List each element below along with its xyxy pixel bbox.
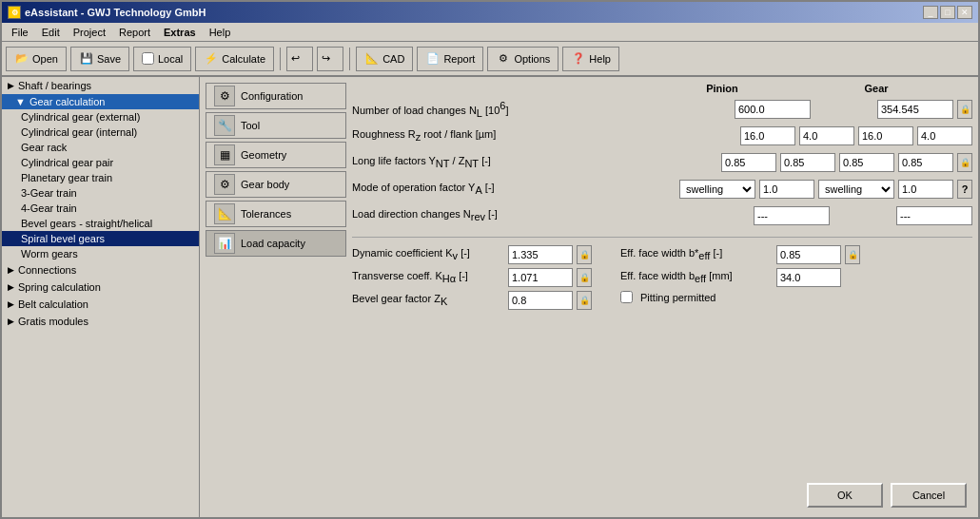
load-capacity-icon: 📊 [214,233,235,254]
sidebar-item-cyl-pair[interactable]: Cylindrical gear pair [2,155,199,170]
sidebar-item-planetary[interactable]: Planetary gear train [2,170,199,185]
nav-load-capacity[interactable]: 📊 Load capacity [206,230,346,257]
bevel-gear-factor-input[interactable] [508,291,573,310]
sidebar-group-belt-header[interactable]: ▶ Belt calculation [2,296,199,313]
long-life-lock[interactable]: 🔒 [957,153,972,172]
content-area: ⚙ Configuration 🔧 Tool ▦ Geometry ⚙ Gear… [206,83,972,475]
close-button[interactable]: ✕ [957,6,972,19]
sidebar-group-gear-header[interactable]: ▼ Gear calculation [2,94,199,109]
bevel-gear-factor-lock[interactable]: 🔒 [577,291,592,310]
mode-operation-label: Mode of operation factor YA [-] [352,182,679,196]
form-divider [352,237,972,238]
long-life-pinion-ynt-input[interactable] [721,153,776,172]
eff-face-width-star-input[interactable] [776,245,841,264]
dynamic-coeff-input[interactable] [508,245,573,264]
calculate-button[interactable]: ⚡ Calculate [195,47,274,71]
maximize-button[interactable]: □ [940,6,955,19]
bevel-gear-factor-row: Bevel gear factor ZK 🔒 [352,291,592,310]
ok-button[interactable]: OK [807,483,883,508]
cancel-button[interactable]: Cancel [891,483,967,508]
sidebar-group-gratis-header[interactable]: ▶ Gratis modules [2,313,199,330]
cad-button[interactable]: 📐 CAD [356,47,413,71]
load-direction-gear-input[interactable] [896,206,972,225]
roughness-gear-flank-input[interactable] [917,126,972,145]
minimize-button[interactable]: _ [923,6,938,19]
nav-gear-body[interactable]: ⚙ Gear body [206,171,346,198]
sidebar-item-4gear[interactable]: 4-Gear train [2,201,199,216]
long-life-gear-znt-input[interactable] [898,153,953,172]
menu-help[interactable]: Help [204,26,237,39]
report-button[interactable]: 📄 Report [417,47,483,71]
menu-file[interactable]: File [6,26,34,39]
transverse-coeff-lock[interactable]: 🔒 [577,268,592,287]
mode-operation-pinion-select[interactable]: swelling [679,180,755,199]
sidebar-group-shaft-label: Shaft / bearings [18,80,91,91]
roughness-pinion-flank-input[interactable] [799,126,854,145]
local-checkbox[interactable] [142,52,154,65]
eff-face-width-input[interactable] [776,268,841,287]
nav-tolerances[interactable]: 📐 Tolerances [206,201,346,227]
toolbar: 📂 Open 💾 Save Local ⚡ Calculate ↩ ↪ 📐 CA… [2,42,978,76]
menu-edit[interactable]: Edit [36,26,66,39]
bottom-form: Dynamic coefficient Kv [-] 🔒 Transverse … [352,245,972,310]
calculate-icon: ⚡ [204,51,219,67]
mode-operation-gear-select[interactable]: swelling [818,180,894,199]
sidebar-group-spring: ▶ Spring calculation [2,279,199,296]
eff-face-width-star-lock[interactable]: 🔒 [845,245,860,264]
dynamic-coeff-row: Dynamic coefficient Kv [-] 🔒 [352,245,592,264]
mode-operation-pinion-val[interactable] [759,180,814,199]
menu-bar: File Edit Project Report Extras Help [2,23,978,42]
belt-arrow-icon: ▶ [8,299,14,309]
report-icon: 📄 [425,51,441,67]
form-container: Pinion Gear Number of load changes NL [1… [352,83,972,475]
save-button[interactable]: 💾 Save [70,47,129,71]
load-changes-lock[interactable]: 🔒 [957,100,972,119]
sidebar-group-spring-header[interactable]: ▶ Spring calculation [2,279,199,296]
title-bar-buttons: _ □ ✕ [923,6,972,19]
nav-configuration[interactable]: ⚙ Configuration [206,83,346,109]
sidebar-group-gear-label: Gear calculation [29,96,106,107]
roughness-gear-root-input[interactable] [858,126,913,145]
pitting-checkbox[interactable] [620,291,633,303]
title-bar: ⚙ eAssistant - GWJ Technology GmbH _ □ ✕ [2,2,978,23]
mode-operation-help[interactable]: ? [957,180,972,199]
sidebar-item-cyl-ext[interactable]: Cylindrical gear (external) [2,109,199,125]
sidebar: ▶ Shaft / bearings ▼ Gear calculation Cy… [2,77,200,517]
sidebar-item-worm[interactable]: Worm gears [2,246,199,261]
transverse-coeff-input[interactable] [508,268,573,287]
local-checkbox-label[interactable]: Local [133,47,191,71]
help-toolbar-button[interactable]: ❓ Help [562,47,619,71]
redo-button[interactable]: ↪ [317,47,343,71]
menu-report[interactable]: Report [113,26,156,39]
sidebar-group-shaft: ▶ Shaft / bearings [2,77,199,94]
load-direction-pinion-input[interactable] [754,206,830,225]
open-button[interactable]: 📂 Open [6,47,67,71]
sidebar-group-shaft-header[interactable]: ▶ Shaft / bearings [2,77,199,94]
sidebar-item-cyl-int[interactable]: Cylindrical gear (internal) [2,125,199,140]
configuration-icon: ⚙ [214,86,235,106]
undo-button[interactable]: ↩ [286,47,313,71]
dynamic-coeff-label: Dynamic coefficient Kv [-] [352,247,504,261]
toolbar-sep2 [349,48,350,70]
roughness-pinion-root-input[interactable] [740,126,795,145]
sidebar-item-3gear[interactable]: 3-Gear train [2,185,199,201]
mode-operation-gear-val[interactable] [898,180,953,199]
long-life-gear-ynt-input[interactable] [839,153,894,172]
nav-geometry[interactable]: ▦ Geometry [206,142,346,168]
long-life-pinion-znt-input[interactable] [780,153,835,172]
dynamic-coeff-lock[interactable]: 🔒 [577,245,592,264]
long-life-row: Long life factors YNT / ZNT [-] 🔒 [352,153,972,172]
menu-project[interactable]: Project [68,26,111,39]
load-changes-gear-input[interactable] [877,100,953,119]
pinion-header: Pinion [645,83,799,94]
options-button[interactable]: ⚙ Options [487,47,559,71]
menu-extras[interactable]: Extras [158,26,202,39]
sidebar-group-gratis-label: Gratis modules [18,316,88,327]
sidebar-item-gear-rack[interactable]: Gear rack [2,140,199,155]
sidebar-item-spiral-bevel[interactable]: Spiral bevel gears [2,231,199,246]
load-direction-row: Load direction changes Nrev [-] [352,206,972,225]
load-changes-pinion-input[interactable] [735,100,811,119]
sidebar-item-bevel[interactable]: Bevel gears - straight/helical [2,216,199,231]
sidebar-group-connections-header[interactable]: ▶ Connections [2,261,199,279]
nav-tool[interactable]: 🔧 Tool [206,112,346,139]
